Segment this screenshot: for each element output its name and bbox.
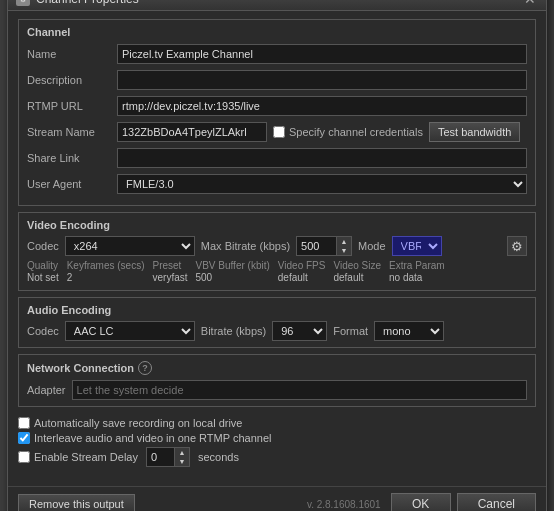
remove-output-button[interactable]: Remove this output [18,494,135,511]
description-row: Description [27,69,527,91]
audio-codec-select[interactable]: AAC LC MP3 [65,321,195,341]
video-codec-label: Codec [27,240,59,252]
mode-label: Mode [358,240,386,252]
stream-delay-spinbox: ▲ ▼ [146,447,190,467]
footer: Remove this output v. 2.8.1608.1601 OK C… [8,486,546,511]
share-link-label: Share Link [27,152,117,164]
audio-bitrate-label: Bitrate (kbps) [201,325,266,337]
description-label: Description [27,74,117,86]
stream-name-input[interactable] [117,122,267,142]
stream-delay-up-button[interactable]: ▲ [175,448,189,457]
audio-format-select[interactable]: mono stereo [374,321,444,341]
preset-param: Preset veryfast [152,260,187,284]
quality-param: Quality Not set [27,260,59,284]
adapter-label: Adapter [27,384,66,396]
video-encoding-header: Video Encoding [27,219,527,231]
mode-select[interactable]: VBR CBR [392,236,442,256]
network-section-header: Network Connection ? [27,361,527,375]
auto-save-row: Automatically save recording on local dr… [18,417,536,429]
audio-encoding-section: Audio Encoding Codec AAC LC MP3 Bitrate … [18,297,536,348]
name-label: Name [27,48,117,60]
interleave-row: Interleave audio and video in one RTMP c… [18,432,536,444]
video-codec-row: Codec x264 nvenc qsv Max Bitrate (kbps) … [27,236,527,256]
bottom-options: Automatically save recording on local dr… [18,413,536,474]
share-link-input[interactable] [117,148,527,168]
footer-left: Remove this output [18,494,135,511]
share-link-row: Share Link [27,147,527,169]
name-row: Name [27,43,527,65]
description-input[interactable] [117,70,527,90]
keyframes-param: Keyframes (secs) 2 [67,260,145,284]
user-agent-label: User Agent [27,178,117,190]
channel-section: Channel Name Description RTMP URL Stream… [18,19,536,206]
close-button[interactable]: ✕ [522,0,538,6]
window-title: Channel Properties [36,0,139,6]
network-help-icon[interactable]: ? [138,361,152,375]
video-params-row: Quality Not set Keyframes (secs) 2 Prese… [27,260,527,284]
stream-delay-down-button[interactable]: ▼ [175,457,189,466]
audio-encoding-header: Audio Encoding [27,304,527,316]
bitrate-spinner: ▲ ▼ [336,236,352,256]
test-bandwidth-button[interactable]: Test bandwidth [429,122,520,142]
name-input[interactable] [117,44,527,64]
specify-credentials-label[interactable]: Specify channel credentials [273,126,423,138]
bitrate-spinbox: ▲ ▼ [296,236,352,256]
app-icon: ⚙ [16,0,30,6]
video-fps-param: Video FPS default [278,260,326,284]
channel-properties-window: ⚙ Channel Properties ✕ Channel Name Desc… [7,0,547,511]
vbv-buffer-param: VBV Buffer (kbit) 500 [196,260,270,284]
titlebar: ⚙ Channel Properties ✕ [8,0,546,11]
rtmp-row: RTMP URL [27,95,527,117]
network-section: Network Connection ? Adapter [18,354,536,407]
stream-name-row: Stream Name Specify channel credentials … [27,121,527,143]
interleave-label: Interleave audio and video in one RTMP c… [34,432,271,444]
extra-param-param: Extra Param no data [389,260,445,284]
user-agent-select[interactable]: FMLE/3.0 OBS/1.0 Custom [117,174,527,194]
footer-right: OK Cancel [391,493,536,511]
stream-name-label: Stream Name [27,126,117,138]
rtmp-label: RTMP URL [27,100,117,112]
cancel-button[interactable]: Cancel [457,493,536,511]
auto-save-checkbox[interactable] [18,417,30,429]
stream-delay-checkbox[interactable] [18,451,30,463]
bitrate-down-button[interactable]: ▼ [337,246,351,255]
stream-delay-input[interactable] [146,447,174,467]
channel-section-header: Channel [27,26,527,38]
video-codec-select[interactable]: x264 nvenc qsv [65,236,195,256]
adapter-input[interactable] [72,380,527,400]
version-text: v. 2.8.1608.1601 [307,499,381,510]
stream-delay-spinner: ▲ ▼ [174,447,190,467]
audio-format-label: Format [333,325,368,337]
stream-delay-label: Enable Stream Delay [34,451,138,463]
interleave-checkbox[interactable] [18,432,30,444]
rtmp-input[interactable] [117,96,527,116]
user-agent-row: User Agent FMLE/3.0 OBS/1.0 Custom [27,173,527,195]
video-settings-gear-button[interactable]: ⚙ [507,236,527,256]
stream-delay-row: Enable Stream Delay ▲ ▼ seconds [18,447,536,467]
max-bitrate-label: Max Bitrate (kbps) [201,240,290,252]
adapter-row: Adapter [27,380,527,400]
auto-save-label: Automatically save recording on local dr… [34,417,243,429]
ok-button[interactable]: OK [391,493,451,511]
bitrate-input[interactable] [296,236,336,256]
specify-credentials-checkbox[interactable] [273,126,285,138]
bitrate-up-button[interactable]: ▲ [337,237,351,246]
seconds-label: seconds [198,451,239,463]
audio-bitrate-select[interactable]: 64 96 128 192 256 [272,321,327,341]
audio-codec-label: Codec [27,325,59,337]
video-size-param: Video Size default [333,260,381,284]
video-encoding-section: Video Encoding Codec x264 nvenc qsv Max … [18,212,536,291]
audio-codec-row: Codec AAC LC MP3 Bitrate (kbps) 64 96 12… [27,321,527,341]
